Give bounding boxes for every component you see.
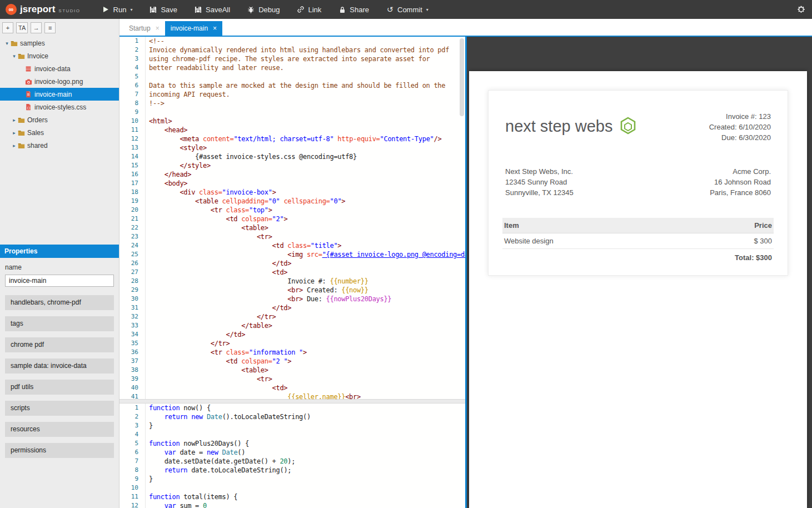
code-line[interactable]: 3using chrome-pdf recipe. The styles are… xyxy=(119,54,465,63)
code-line[interactable]: 2 return new Date().toLocaleDateString() xyxy=(119,412,465,421)
property-section-permissions[interactable]: permissions xyxy=(5,443,114,458)
save-button[interactable]: Save xyxy=(149,6,177,14)
save-all-button[interactable]: SaveAll xyxy=(194,6,230,14)
code-line[interactable]: 7 date.setDate(date.getDate() + 20); xyxy=(119,457,465,466)
share-button[interactable]: Share xyxy=(338,6,369,14)
code-line[interactable]: 13 <style> xyxy=(119,143,465,152)
code-line[interactable]: 17 <body> xyxy=(119,179,465,188)
code-line[interactable]: 35 </tr> xyxy=(119,339,465,348)
save-all-label: SaveAll xyxy=(206,6,230,14)
code-line[interactable]: 2Invoice dynamically rendered into html … xyxy=(119,46,465,54)
settings-button[interactable] xyxy=(797,6,812,14)
code-line[interactable]: 4better readability and later reuse. xyxy=(119,63,465,72)
code-line[interactable]: 4 xyxy=(119,430,465,439)
code-line[interactable]: 37 <td colspan="2 "> xyxy=(119,357,465,366)
navigate-button[interactable]: → xyxy=(31,22,42,33)
code-line[interactable]: 33 </table> xyxy=(119,321,465,330)
code-line[interactable]: 40 <td> xyxy=(119,384,465,392)
code-line[interactable]: 11function total(items) { xyxy=(119,492,465,501)
code-line[interactable]: 9} xyxy=(119,475,465,484)
code-line[interactable]: 19 <table cellpadding="0" cellspacing="0… xyxy=(119,197,465,206)
editor-horizontal-splitter[interactable] xyxy=(119,399,465,404)
code-line[interactable]: 41 {{seller.name}}<br> xyxy=(119,392,465,399)
code-line[interactable]: 20 <tr class="top"> xyxy=(119,206,465,215)
editor-helpers[interactable]: 1function now() {2 return new Date().toL… xyxy=(119,404,465,508)
property-section-chrome-pdf[interactable]: chrome pdf xyxy=(5,337,114,352)
code-line[interactable]: 12 var sum = 0 xyxy=(119,501,465,508)
code-line[interactable]: 5function nowPlus20Days() { xyxy=(119,439,465,448)
code-line[interactable]: 16 </head> xyxy=(119,170,465,179)
run-button[interactable]: Run▾ xyxy=(102,6,133,14)
commit-button[interactable]: ↺Commit▾ xyxy=(386,6,429,14)
expander-icon[interactable]: ▸ xyxy=(11,143,18,148)
property-section-resources[interactable]: resources xyxy=(5,422,114,437)
code-line[interactable]: 1function now() { xyxy=(119,404,465,412)
debug-button[interactable]: Debug xyxy=(247,6,280,14)
expander-icon[interactable]: ▾ xyxy=(11,53,18,59)
code-line[interactable]: 7incoming API request. xyxy=(119,90,465,99)
code-line[interactable]: 30 <br> Due: {{nowPlus20Days}} xyxy=(119,295,465,303)
code-line[interactable]: 21 <td colspan="2"> xyxy=(119,215,465,223)
sort-button[interactable]: TA xyxy=(16,22,28,33)
code-line[interactable]: 25 <img src="{#asset invoice-logo.png @e… xyxy=(119,250,465,259)
tree-item-sales[interactable]: ▸Sales xyxy=(0,126,119,139)
code-line[interactable]: 24 <td class="title"> xyxy=(119,241,465,250)
code-line[interactable]: 6 var date = new Date() xyxy=(119,448,465,457)
code-line[interactable]: 8!--> xyxy=(119,99,465,108)
tree-item-invoice-logo.png[interactable]: invoice-logo.png xyxy=(0,75,119,88)
code-line[interactable]: 1<!-- xyxy=(119,37,465,46)
code-line[interactable]: 38 <table> xyxy=(119,366,465,375)
menu-button[interactable]: ≡ xyxy=(44,22,56,33)
properties-header[interactable]: Properties xyxy=(0,245,119,258)
code-line[interactable]: 32 </tr> xyxy=(119,312,465,321)
code-line[interactable]: 11 <head> xyxy=(119,126,465,135)
property-section-handlebars-chrome-pdf[interactable]: handlebars, chrome-pdf xyxy=(5,295,114,310)
code-line[interactable]: 15 </style> xyxy=(119,161,465,170)
tab-invoice-main[interactable]: invoice-main× xyxy=(165,21,222,36)
code-line[interactable]: 8 return date.toLocaleDateString(); xyxy=(119,466,465,475)
tree-item-orders[interactable]: ▸Orders xyxy=(0,113,119,126)
add-entity-button[interactable]: + xyxy=(2,22,13,33)
code-line[interactable]: 10<html> xyxy=(119,117,465,126)
code-line[interactable]: 10 xyxy=(119,484,465,492)
code-line[interactable]: 26 </td> xyxy=(119,259,465,268)
tree-item-invoice-main[interactable]: invoice-main xyxy=(0,88,119,101)
code-line[interactable]: 27 <td> xyxy=(119,268,465,277)
tab-startup[interactable]: Startup× xyxy=(123,21,165,36)
tree-item-invoice-styles.css[interactable]: {}invoice-styles.css xyxy=(0,101,119,113)
expander-icon[interactable]: ▾ xyxy=(3,41,11,46)
property-section-pdf-utils[interactable]: pdf utils xyxy=(5,380,114,395)
editor-invoice-main[interactable]: 1<!--2Invoice dynamically rendered into … xyxy=(119,37,465,399)
code-line[interactable]: 12 <meta content="text/html; charset=utf… xyxy=(119,135,465,143)
code-line[interactable]: 36 <tr class="information "> xyxy=(119,348,465,357)
tree-item-invoice[interactable]: ▾Invoice xyxy=(0,49,119,62)
close-icon[interactable]: × xyxy=(156,24,160,32)
property-section-scripts[interactable]: scripts xyxy=(5,401,114,416)
tree-item-samples[interactable]: ▾samples xyxy=(0,37,119,49)
code-line[interactable]: 18 <div class="invoice-box"> xyxy=(119,188,465,197)
close-icon[interactable]: × xyxy=(213,24,217,32)
editor-scrollbar[interactable] xyxy=(460,38,464,116)
tree-item-shared[interactable]: ▸shared xyxy=(0,139,119,152)
code-line[interactable]: 29 <br> Created: {{now}} xyxy=(119,286,465,295)
expander-icon[interactable]: ▸ xyxy=(11,117,18,123)
tree-item-invoice-data[interactable]: invoice-data xyxy=(0,62,119,75)
code-line[interactable]: 5 xyxy=(119,72,465,81)
link-button[interactable]: Link xyxy=(296,6,321,14)
code-line[interactable]: 39 <tr> xyxy=(119,375,465,384)
entity-name-input[interactable] xyxy=(5,275,114,287)
code-line[interactable]: 3} xyxy=(119,421,465,430)
property-section-sample-data-invoice-data[interactable]: sample data: invoice-data xyxy=(5,358,114,373)
jsreport-logo[interactable]: ∞ jsreport studio xyxy=(0,4,86,15)
code-line[interactable]: 34 </td> xyxy=(119,330,465,339)
code-line[interactable]: 22 <table> xyxy=(119,223,465,232)
code-line[interactable]: 6Data to this sample are mocked at the d… xyxy=(119,81,465,90)
code-line[interactable]: 23 <tr> xyxy=(119,232,465,241)
expander-icon[interactable]: ▸ xyxy=(11,130,18,136)
code-line[interactable]: 31 </td> xyxy=(119,303,465,312)
invoice-box: next step webs Invoice #: 123Created: 6/… xyxy=(488,90,788,276)
code-line[interactable]: 28 Invoice #: {{number}} xyxy=(119,277,465,286)
code-line[interactable]: 9 xyxy=(119,108,465,117)
property-section-tags[interactable]: tags xyxy=(5,316,114,331)
code-line[interactable]: 14 {#asset invoice-styles.css @encoding=… xyxy=(119,152,465,161)
